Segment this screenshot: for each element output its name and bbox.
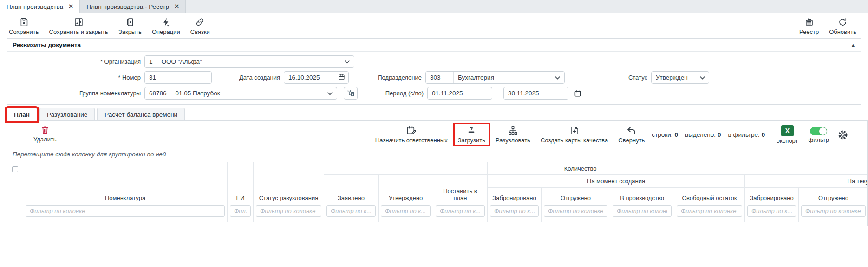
column-header-free-balance[interactable]: Свободный остаток <box>674 188 745 205</box>
link-icon <box>195 17 205 27</box>
registry-label: Реестр <box>799 28 819 35</box>
group-by-dropzone[interactable]: Перетащите сюда колонку для группировки … <box>7 147 850 162</box>
filter-toggle[interactable] <box>810 127 827 135</box>
rows-counter: строки:0 <box>652 131 678 138</box>
decompose-button[interactable]: Разузловать <box>492 124 534 145</box>
nomenclature-group-label: Группа номенклатуры <box>13 90 144 97</box>
settings-button[interactable] <box>836 127 850 141</box>
save-and-close-button[interactable]: Сохранить и закрыть <box>44 16 113 37</box>
creation-date-value: 16.10.2025 <box>288 74 320 81</box>
links-label: Связки <box>190 28 210 35</box>
gear-icon <box>838 134 848 141</box>
filter-input-put-in-plan[interactable] <box>436 205 485 217</box>
save-button[interactable]: Сохранить <box>4 16 44 37</box>
lightning-icon <box>161 17 171 27</box>
form-row-nomenclature-group: Группа номенклатуры 68786 01.05 Патрубок… <box>13 87 855 100</box>
department-label: Подразделение <box>349 74 425 81</box>
collapse-rows-button[interactable]: Свернуть <box>615 124 648 145</box>
tab-time-balance[interactable]: Расчёт баланса времени <box>97 108 185 121</box>
column-header-shipped-2[interactable]: Отгружено <box>799 188 868 205</box>
column-header-declared[interactable]: Заявлено <box>324 175 379 205</box>
window-tab-plan[interactable]: План производства × <box>0 0 79 13</box>
window-tab-registry[interactable]: План производства - Реестр × <box>79 0 186 13</box>
filter-cell <box>799 205 868 222</box>
filter-input-free-balance[interactable] <box>677 205 742 217</box>
column-header-decomposition-status[interactable]: Статус разузлования <box>254 162 324 205</box>
group-header-quantity: Количество <box>488 162 868 175</box>
requisites-panel: Реквизиты документа ▲ * Организация 1 ОО… <box>7 38 861 105</box>
status-value: Утвержден <box>656 74 688 81</box>
filter-input-unit[interactable] <box>230 205 251 217</box>
assign-responsible-button[interactable]: Назначить ответственных <box>372 124 451 145</box>
period-from-field[interactable] <box>427 87 492 100</box>
group-header-current: На текущий момент <box>745 175 868 188</box>
number-field[interactable] <box>144 71 212 84</box>
tab-decomposition[interactable]: Разузлование <box>39 108 95 121</box>
department-select[interactable]: 303 Бухгалтерия <box>425 71 565 84</box>
column-header-in-production[interactable]: В производство <box>610 188 674 205</box>
chevron-down-icon <box>327 90 333 97</box>
export-button[interactable]: X экспорт <box>773 124 801 145</box>
organization-select[interactable]: 1 ООО "Альфа" <box>144 55 354 68</box>
filter-input-approved[interactable] <box>381 205 431 217</box>
nomenclature-tree-button[interactable] <box>344 87 358 100</box>
filter-input-in-production[interactable] <box>613 205 672 217</box>
links-button[interactable]: Связки <box>185 16 215 37</box>
create-quality-cards-button[interactable]: Создать карты качества <box>537 124 611 145</box>
filter-input-nomenclature[interactable] <box>26 205 225 217</box>
filter-cell <box>674 205 745 222</box>
save-and-close-label: Сохранить и закрыть <box>49 28 108 35</box>
close-button[interactable]: Закрыть <box>113 16 147 37</box>
filter-input-reserved-2[interactable] <box>747 205 796 217</box>
filter-toggle-label: фильтр <box>809 136 829 143</box>
close-icon[interactable]: × <box>175 3 179 10</box>
toggle-knob <box>819 127 827 135</box>
main-toolbar: Сохранить Сохранить и закрыть Закрыть Оп… <box>0 13 868 38</box>
filter-input-shipped-2[interactable] <box>801 205 866 217</box>
column-header-approved[interactable]: Утверждено <box>379 175 433 205</box>
refresh-icon <box>838 17 848 27</box>
department-name: Бухгалтерия <box>458 74 494 81</box>
save-close-icon <box>74 17 84 27</box>
nomenclature-group-name: 01.05 Патрубок <box>176 90 220 97</box>
filter-input-shipped-1[interactable] <box>544 205 607 217</box>
filter-input-reserved-1[interactable] <box>490 205 539 217</box>
selected-counter: выделено:0 <box>685 131 721 138</box>
period-calendar-icon[interactable] <box>574 90 581 97</box>
requisites-header: Реквизиты документа ▲ <box>7 39 861 52</box>
creation-date-field[interactable]: 16.10.2025 <box>284 71 349 84</box>
nomenclature-group-select[interactable]: 68786 01.05 Патрубок <box>144 87 337 100</box>
load-button[interactable]: Загрузить <box>455 124 489 145</box>
period-to-field[interactable] <box>503 87 568 100</box>
document-plus-icon <box>569 125 580 136</box>
operations-button[interactable]: Операции <box>147 16 185 37</box>
filter-input-declared[interactable] <box>326 205 376 217</box>
calendar-icon[interactable] <box>338 73 345 82</box>
column-header-reserved-2[interactable]: Забронировано <box>745 188 799 205</box>
toolbar-left-group: Сохранить Сохранить и закрыть Закрыть Оп… <box>4 16 215 37</box>
delete-button[interactable]: Удалить <box>30 124 60 144</box>
column-header-shipped-1[interactable]: Отгружено <box>542 188 610 205</box>
registry-button[interactable]: Реестр <box>794 16 824 37</box>
column-header-reserved-1[interactable]: Забронировано <box>488 188 542 205</box>
column-header-put-in-plan[interactable]: Поставить в план <box>433 175 488 205</box>
organization-label: * Организация <box>13 58 144 65</box>
registry-icon <box>804 17 814 27</box>
column-header-nomenclature[interactable]: Номенклатура <box>23 162 228 205</box>
form-row-number: * Номер Дата создания 16.10.2025 Подразд… <box>13 71 855 84</box>
status-select[interactable]: Утвержден <box>651 71 709 84</box>
document-tab-bar: План Разузлование Расчёт баланса времени <box>7 107 868 121</box>
plan-table: Номенклатура ЕИ Статус разузлования Коли… <box>7 162 868 222</box>
organization-name: ООО "Альфа" <box>162 58 202 65</box>
organization-code: 1 <box>145 56 157 67</box>
save-label: Сохранить <box>9 28 39 35</box>
filter-input-decomposition-status[interactable] <box>256 205 321 217</box>
collapse-panel-icon[interactable]: ▲ <box>851 42 855 47</box>
in-filter-counter: в фильтре:0 <box>728 131 765 138</box>
refresh-button[interactable]: Обновить <box>824 16 861 37</box>
close-icon[interactable]: × <box>69 3 73 10</box>
filter-cell <box>610 205 674 222</box>
select-all-checkbox[interactable] <box>12 166 18 172</box>
column-header-unit[interactable]: ЕИ <box>228 162 254 205</box>
tab-plan[interactable]: План <box>7 108 37 121</box>
